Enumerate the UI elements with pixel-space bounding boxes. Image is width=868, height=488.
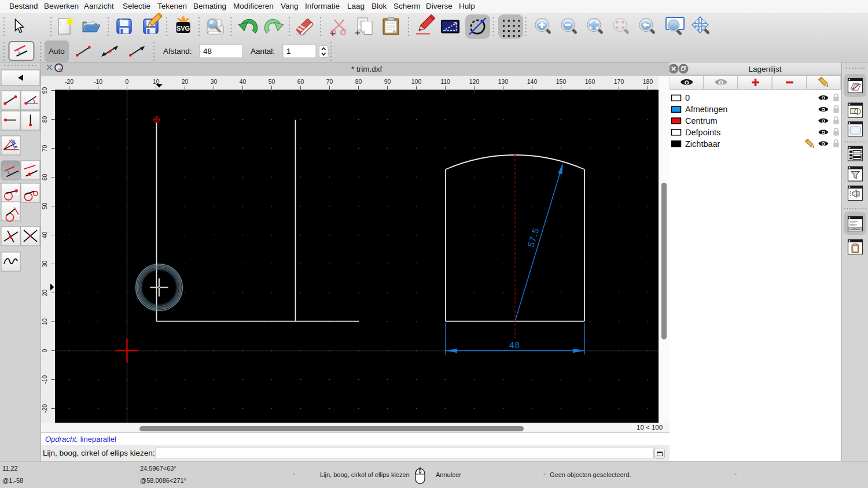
svg-text:Afstand:: Afstand: <box>163 47 192 56</box>
svg-text:48: 48 <box>203 47 212 56</box>
svg-text:80: 80 <box>355 78 362 85</box>
svg-text:-20: -20 <box>65 78 73 85</box>
svg-text:40: 40 <box>41 232 48 239</box>
svg-text:120: 120 <box>469 78 480 85</box>
svg-text:30: 30 <box>211 78 218 85</box>
svg-text:SVG: SVG <box>176 25 190 32</box>
svg-text:150: 150 <box>556 78 567 85</box>
svg-text:Aantal:: Aantal: <box>251 47 275 56</box>
svg-text:10: 10 <box>41 319 48 326</box>
svg-text:20: 20 <box>182 78 189 85</box>
svg-text:70: 70 <box>326 78 333 85</box>
svg-text:0: 0 <box>126 78 129 85</box>
svg-text:50: 50 <box>269 78 275 85</box>
svg-text:60: 60 <box>297 78 304 85</box>
svg-text:90: 90 <box>41 87 48 94</box>
svg-text:0: 0 <box>41 349 48 352</box>
svg-text:Lagenlijst: Lagenlijst <box>748 65 781 73</box>
svg-text:20: 20 <box>41 290 48 297</box>
svg-text:50: 50 <box>41 203 48 210</box>
svg-text:Zichtbaar: Zichtbaar <box>685 139 720 149</box>
svg-text:90: 90 <box>384 78 391 85</box>
svg-text:48: 48 <box>509 340 520 350</box>
svg-text:40: 40 <box>240 78 247 85</box>
svg-text:110: 110 <box>440 78 450 85</box>
svg-text:Centrum: Centrum <box>685 116 718 125</box>
svg-text:140: 140 <box>527 78 538 85</box>
svg-text:130: 130 <box>498 78 509 85</box>
svg-text:-20: -20 <box>41 404 48 413</box>
svg-text:-10: -10 <box>41 375 48 384</box>
svg-text:-10: -10 <box>94 78 102 85</box>
svg-text:Defpoints: Defpoints <box>685 128 720 137</box>
svg-text:Afmetingen: Afmetingen <box>685 105 727 114</box>
svg-text:0: 0 <box>685 93 690 102</box>
svg-text:Auto: Auto <box>49 47 65 56</box>
svg-text:command: command <box>851 228 859 230</box>
svg-text:80: 80 <box>41 116 48 123</box>
svg-text:70: 70 <box>41 145 48 152</box>
svg-text:180: 180 <box>643 78 653 85</box>
svg-text:160: 160 <box>585 78 595 85</box>
svg-text:170: 170 <box>614 78 624 85</box>
svg-text:1: 1 <box>286 47 291 56</box>
svg-text:100: 100 <box>411 78 422 85</box>
svg-text:30: 30 <box>41 261 48 268</box>
svg-text:60: 60 <box>41 174 48 181</box>
